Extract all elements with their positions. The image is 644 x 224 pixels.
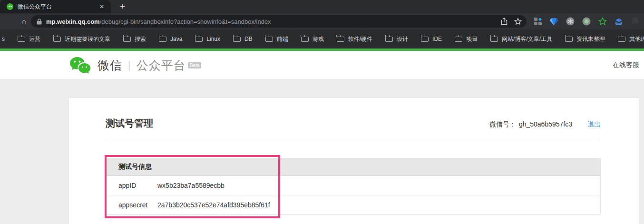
logout-link[interactable]: 退出 (587, 120, 601, 129)
wechat-brand-logo[interactable]: 微信 | 公众平台 Beta (69, 56, 201, 74)
folder-icon (385, 37, 393, 42)
circle-green-dot-extension-icon[interactable] (582, 17, 591, 26)
brand-primary-label: 微信 (98, 58, 122, 73)
url-path: /debug/cgi-bin/sandboxinfo?action=showin… (100, 18, 271, 25)
account-label: 微信号： (489, 120, 516, 129)
wechat-logo-icon (69, 56, 91, 74)
circle-asterisk-extension-icon[interactable] (566, 17, 575, 26)
page-title: 测试号管理 (106, 117, 153, 130)
browser-toolbar: ⌂ mp.weixin.qq.com/debug/cgi-bin/sandbox… (0, 13, 644, 29)
folder-icon (265, 37, 273, 42)
account-info: 微信号： gh_50a6b5957fc3 退出 (489, 120, 601, 129)
blue-layers-extension-icon[interactable] (614, 17, 623, 26)
header-divider (106, 140, 601, 140)
folder-icon (301, 37, 309, 42)
folder-icon (421, 37, 429, 42)
folder-icon (233, 37, 241, 42)
appsecret-key-label: appsecret (118, 201, 157, 209)
bookmarks-bar: s 运营 近期需要读的文章 搜索 Java Linux DB 前端 游戏 软件/… (0, 29, 644, 49)
folder-icon (455, 37, 462, 42)
table-header-label: 测试号信息 (118, 163, 152, 171)
url-domain: mp.weixin.qq.com (46, 18, 100, 25)
appid-key-label: appID (118, 182, 157, 189)
table-row-appid: appID wx5b23ba7a5589ecbb (106, 176, 600, 195)
brand-separator: | (128, 59, 131, 71)
bookmark-folder[interactable]: 前端 (265, 35, 288, 43)
grid-squares-extension-icon[interactable] (533, 17, 542, 26)
bookmark-folder[interactable]: DB (233, 36, 253, 42)
bookmark-folder[interactable]: 软件/硬件 (337, 35, 372, 43)
appsecret-value: 2a7b3b20c537e52e74afd395eb85f61f (157, 201, 270, 209)
online-service-link[interactable]: 在线客服 (613, 61, 639, 69)
lock-icon[interactable] (37, 19, 42, 25)
bookmark-folder[interactable]: 游戏 (301, 35, 324, 43)
bookmark-folder[interactable]: 设计 (385, 35, 408, 43)
bookmark-folder[interactable]: 搜索 (123, 35, 146, 43)
bookmark-folder[interactable]: 近期需要读的文章 (53, 35, 110, 43)
page-background: 测试号管理 微信号： gh_50a6b5957fc3 退出 测试号信息 appI… (0, 80, 644, 224)
bookmark-folder[interactable]: 资讯未整理 (565, 35, 605, 43)
bookmark-folder[interactable]: 运营 (18, 35, 40, 43)
table-body: appID wx5b23ba7a5589ecbb appsecret 2a7b3… (106, 176, 601, 214)
puzzle-extensions-menu-icon[interactable] (630, 17, 639, 26)
new-tab-button[interactable]: + (117, 1, 128, 12)
card-header-row: 测试号管理 微信号： gh_50a6b5957fc3 退出 (106, 117, 601, 130)
folder-icon (18, 37, 25, 42)
folder-icon (159, 37, 166, 42)
test-account-info-table: 测试号信息 appID wx5b23ba7a5589ecbb appsecret… (106, 158, 601, 214)
blue-gem-extension-icon[interactable] (549, 17, 558, 26)
bookmark-star-icon[interactable] (514, 18, 522, 25)
table-row-appsecret: appsecret 2a7b3b20c537e52e74afd395eb85f6… (106, 195, 600, 214)
brand-secondary-label: 公众平台 (137, 58, 186, 73)
tab-close-icon[interactable]: ✕ (98, 2, 106, 11)
site-header: 微信 | 公众平台 Beta 在线客服 (0, 51, 644, 80)
url-text[interactable]: mp.weixin.qq.com/debug/cgi-bin/sandboxin… (46, 18, 494, 25)
folder-icon (195, 37, 203, 42)
bookmark-partial-label[interactable]: s (2, 36, 5, 42)
sandbox-management-card: 测试号管理 微信号： gh_50a6b5957fc3 退出 测试号信息 appI… (69, 98, 639, 224)
home-icon[interactable]: ⌂ (19, 18, 29, 26)
folder-icon (618, 37, 625, 42)
bookmark-folder[interactable]: IDE (421, 36, 442, 42)
bookmark-folder[interactable]: Java (159, 36, 182, 42)
folder-icon (490, 37, 498, 42)
folder-icon (53, 37, 61, 42)
share-icon[interactable] (501, 18, 507, 25)
green-star-extension-icon[interactable] (598, 17, 607, 26)
address-bar[interactable]: mp.weixin.qq.com/debug/cgi-bin/sandboxin… (31, 15, 527, 28)
browser-tab-active[interactable]: 微信公众平台 ✕ (0, 0, 111, 13)
folder-icon (337, 37, 344, 42)
account-value: gh_50a6b5957fc3 (519, 120, 572, 128)
extension-icons (533, 17, 639, 26)
table-header: 测试号信息 (106, 158, 601, 176)
folder-icon (565, 37, 573, 42)
beta-badge: Beta (188, 62, 202, 68)
appid-value: wx5b23ba7a5589ecbb (157, 182, 224, 189)
bookmark-folder[interactable]: 其他语言 (618, 35, 644, 43)
tab-title: 微信公众平台 (18, 3, 98, 11)
bookmark-folder[interactable]: 网站/博客/文章/工具 (490, 35, 552, 43)
folder-icon (123, 37, 131, 42)
bookmark-folder[interactable]: Linux (195, 36, 220, 42)
browser-tabstrip: 微信公众平台 ✕ + (0, 0, 644, 13)
wechat-favicon-icon (7, 3, 13, 10)
bookmark-folder[interactable]: 项目 (455, 35, 478, 43)
